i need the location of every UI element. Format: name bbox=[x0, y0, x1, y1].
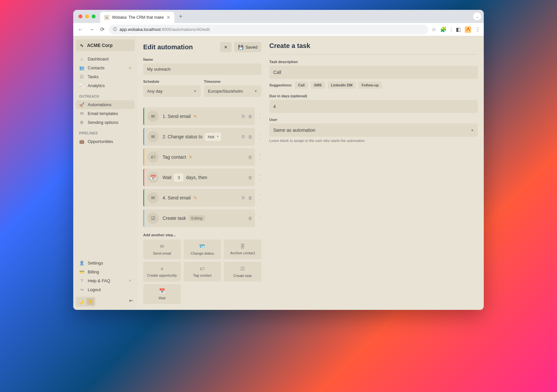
nav-label: Tasks bbox=[88, 74, 99, 79]
panel-icon[interactable]: ◧ bbox=[456, 26, 461, 33]
add-step-create-task[interactable]: ☑ Create task bbox=[224, 262, 261, 282]
move-down-icon[interactable]: ⌄ bbox=[259, 137, 261, 140]
sidebar-item-opportunities[interactable]: 💼Opportunities bbox=[76, 137, 135, 146]
move-up-icon[interactable]: ⌃ bbox=[259, 174, 261, 177]
sidebar-item-sending-options[interactable]: ⚙Sending options bbox=[76, 118, 135, 127]
nav-label: Analytics bbox=[88, 83, 105, 88]
sidebar-item-automations[interactable]: 🚀Automations bbox=[76, 100, 135, 109]
sidebar-item-dashboard[interactable]: ⌂Dashboard bbox=[76, 55, 135, 63]
automation-step[interactable]: 🏷 Tag contact✎ 🗑 bbox=[143, 148, 255, 166]
wait-days-input[interactable]: 3 bbox=[174, 173, 183, 182]
suggestion-chip-linkedin-dm[interactable]: LinkedIn DM bbox=[328, 81, 356, 89]
sidebar-item-help-&-faq[interactable]: ?Help & FAQ↗ bbox=[76, 276, 135, 285]
add-step-create-opportunity[interactable]: ≡ Create opportunity bbox=[143, 262, 181, 282]
url-field[interactable]: ⓘ app.wobaka.localhost:8000/automations/… bbox=[109, 25, 428, 35]
add-step-tag-contact[interactable]: 🏷 Tag contact bbox=[184, 262, 221, 282]
sidebar-item-contacts[interactable]: 👥Contacts bbox=[76, 63, 135, 72]
suggestion-chip-sms[interactable]: SMS bbox=[311, 81, 325, 89]
theme-dark-button[interactable]: 🌙 bbox=[77, 298, 85, 305]
sidebar-item-analytics[interactable]: 📈Analytics bbox=[76, 81, 135, 90]
trash-icon[interactable]: 🗑 bbox=[248, 134, 252, 139]
move-up-icon[interactable]: ⌃ bbox=[259, 154, 261, 157]
nav-label: Automations bbox=[88, 102, 111, 107]
tile-icon: 🏷 bbox=[200, 266, 205, 271]
org-switcher[interactable]: ∿ ACME Corp bbox=[76, 39, 135, 51]
org-name: ACME Corp bbox=[87, 43, 113, 48]
edit-pencil-icon[interactable]: ✎ bbox=[193, 196, 197, 200]
sidebar-item-settings[interactable]: 👤Settings bbox=[76, 259, 135, 267]
trash-icon[interactable]: 🗑 bbox=[248, 175, 252, 180]
name-input[interactable] bbox=[143, 63, 261, 75]
automation-step[interactable]: ✉ 2. Change status toHot ⧉🗑 bbox=[143, 128, 255, 146]
sidebar-item-billing[interactable]: 💳Billing bbox=[76, 267, 135, 276]
sidebar-item-email-templates[interactable]: ✉Email templates bbox=[76, 109, 135, 118]
tabs-dropdown-button[interactable]: ⌄ bbox=[473, 12, 481, 20]
suggestion-chip-follow-up[interactable]: Follow-up bbox=[358, 81, 382, 89]
timezone-select[interactable]: Europe/Stockholm▼ bbox=[204, 85, 261, 97]
duplicate-icon[interactable]: ⧉ bbox=[242, 134, 245, 139]
trash-icon[interactable]: 🗑 bbox=[248, 196, 252, 200]
move-down-icon[interactable]: ⌄ bbox=[259, 116, 261, 120]
trash-icon[interactable]: 🗑 bbox=[248, 114, 252, 119]
move-down-icon[interactable]: ⌄ bbox=[259, 157, 261, 160]
tab-close-button[interactable]: ✕ bbox=[167, 15, 170, 20]
step-label: 1. Send email✎ bbox=[163, 114, 197, 119]
save-button[interactable]: 💾 Saved bbox=[234, 42, 261, 52]
window-close-button[interactable] bbox=[78, 14, 82, 18]
schedule-label: Schedule bbox=[143, 80, 201, 83]
add-step-send-email[interactable]: ✉ Send email bbox=[143, 240, 181, 259]
add-step-change-status[interactable]: 🪪 Change status bbox=[184, 240, 221, 259]
edit-pencil-icon[interactable]: ✎ bbox=[193, 114, 197, 119]
tile-label: Create opportunity bbox=[147, 273, 177, 277]
menu-icon[interactable]: ⋮ bbox=[475, 26, 480, 33]
move-up-icon[interactable]: ⌃ bbox=[259, 217, 261, 220]
nav-label: Contacts bbox=[88, 65, 104, 70]
move-up-icon[interactable]: ⌃ bbox=[259, 195, 261, 198]
move-down-icon[interactable]: ⌄ bbox=[259, 177, 261, 181]
reload-button[interactable]: ⟳ bbox=[99, 25, 106, 34]
edit-pencil-icon[interactable]: ✎ bbox=[189, 155, 192, 160]
duplicate-icon[interactable]: ⧉ bbox=[242, 114, 245, 119]
step-label: Tag contact✎ bbox=[163, 154, 192, 160]
step-icon: ✉ bbox=[147, 192, 159, 203]
desc-input[interactable] bbox=[269, 66, 478, 79]
tile-icon: ≡ bbox=[161, 266, 164, 271]
sidebar: ∿ ACME Corp ⌂Dashboard👥Contacts☑Tasks📈An… bbox=[73, 36, 137, 310]
trash-icon[interactable]: 🗑 bbox=[248, 216, 252, 221]
suggestion-chip-call[interactable]: Call bbox=[295, 81, 308, 89]
sidebar-item-tasks[interactable]: ☑Tasks bbox=[76, 72, 135, 81]
automation-step[interactable]: ✉ 4. Send email✎ ⧉🗑 bbox=[143, 189, 255, 207]
due-input[interactable] bbox=[269, 100, 478, 113]
duplicate-icon[interactable]: ⧉ bbox=[242, 195, 245, 200]
sidebar-item-logout[interactable]: ↪Logout bbox=[76, 285, 135, 294]
move-up-icon[interactable]: ⌃ bbox=[259, 133, 261, 137]
tile-label: Archive contact bbox=[230, 251, 255, 255]
sidebar-collapse-button[interactable]: ⇤ bbox=[129, 297, 135, 304]
window-maximize-button[interactable] bbox=[92, 14, 96, 18]
move-down-icon[interactable]: ⌄ bbox=[259, 198, 261, 201]
nav-label: Billing bbox=[88, 269, 99, 274]
site-info-icon[interactable]: ⓘ bbox=[113, 27, 117, 32]
move-up-icon[interactable]: ⌃ bbox=[259, 113, 261, 116]
nav-label: Logout bbox=[88, 287, 101, 292]
automation-step[interactable]: ✉ 1. Send email✎ ⧉🗑 bbox=[143, 107, 255, 125]
add-step-wait[interactable]: 📅 Wait bbox=[143, 284, 181, 304]
extensions-icon[interactable]: 🧩 bbox=[440, 26, 447, 33]
extension-button[interactable]: 🔥 bbox=[465, 26, 471, 33]
add-step-archive-contact[interactable]: 🗄 Archive contact bbox=[224, 240, 261, 259]
trash-icon[interactable]: 🗑 bbox=[248, 155, 252, 160]
window-minimize-button[interactable] bbox=[85, 14, 89, 18]
user-select[interactable]: Same as automation▼ bbox=[269, 124, 478, 137]
bookmark-icon[interactable]: ☆ bbox=[432, 26, 436, 33]
theme-light-button[interactable]: ☀️ bbox=[86, 298, 94, 305]
schedule-select[interactable]: Any day▼ bbox=[143, 85, 201, 97]
step-icon: 🏷 bbox=[147, 151, 159, 163]
forward-button[interactable]: → bbox=[88, 25, 96, 34]
close-button[interactable]: ✕ bbox=[220, 42, 232, 52]
back-button[interactable]: ← bbox=[77, 25, 84, 34]
automation-step[interactable]: 📅 Wait 3 days, then 🗑 bbox=[143, 169, 255, 186]
new-tab-button[interactable]: + bbox=[176, 12, 185, 21]
automation-step[interactable]: ☑ Create taskEditing 🗑 bbox=[143, 209, 255, 227]
status-select[interactable]: Hot bbox=[205, 133, 221, 141]
browser-tab[interactable]: ∿ Wobaka: The CRM that make ✕ bbox=[100, 12, 174, 23]
